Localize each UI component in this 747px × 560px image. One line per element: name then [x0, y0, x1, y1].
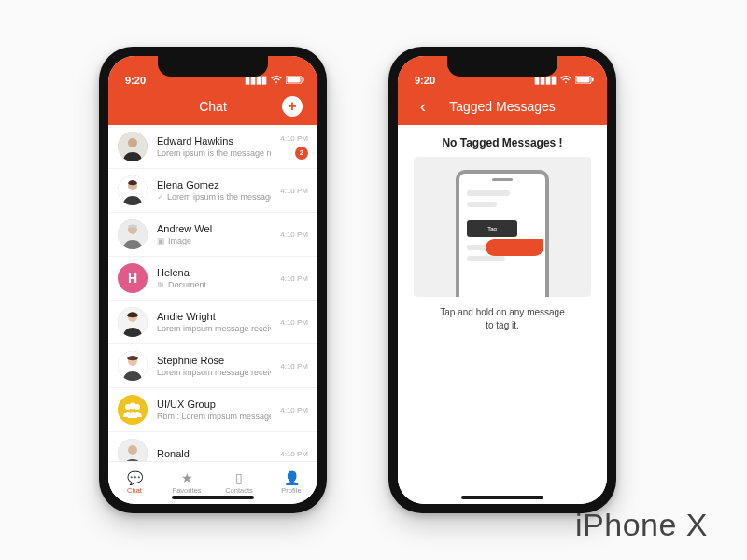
chat-time: 4:10 PM — [280, 362, 308, 371]
image-icon: ▣ — [157, 236, 165, 245]
chat-row[interactable]: H Helena 🗎 Document 4:10 PM — [108, 257, 317, 301]
chat-list[interactable]: Edward Hawkins Lorem ipsum is the messag… — [108, 125, 317, 461]
avatar — [118, 219, 148, 249]
svg-rect-1 — [288, 77, 301, 82]
chat-time: 4:10 PM — [280, 406, 308, 414]
contacts-icon: ▯ — [235, 471, 243, 484]
chat-icon: 💬 — [127, 471, 143, 484]
header-chat: Chat + — [108, 88, 317, 125]
avatar — [118, 132, 148, 161]
message-bubble-icon — [486, 239, 543, 256]
tab-profile[interactable]: 👤 Profile — [265, 462, 317, 504]
device-notch — [158, 56, 268, 77]
empty-caption: Tap and hold on any message to tag it. — [440, 306, 564, 332]
header-tagged: ‹ Tagged Messages — [398, 88, 607, 125]
chat-time: 4:10 PM — [280, 274, 308, 283]
chat-name: Elena Gomez — [157, 179, 271, 190]
back-button[interactable]: ‹ — [409, 88, 437, 125]
unread-badge: 2 — [295, 147, 308, 160]
empty-title: No Tagged Messages ! — [442, 136, 562, 149]
empty-state: No Tagged Messages ! Tag Tap and hold on… — [398, 125, 607, 504]
status-time: 9:20 — [415, 75, 435, 86]
chat-time: 4:10 PM — [280, 318, 308, 327]
tab-label: Contacts — [225, 486, 253, 495]
chat-row[interactable]: Andie Wright Lorem impsum message receiv… — [108, 301, 317, 344]
chat-time: 4:10 PM — [280, 134, 308, 143]
phone-chat: 9:20 ▮▮▮▮ Chat + — [99, 47, 327, 513]
svg-point-15 — [130, 403, 136, 410]
avatar — [118, 395, 148, 425]
avatar — [118, 307, 148, 337]
header-title: Tagged Messages — [449, 99, 556, 114]
delivered-check-icon: ✓ — [157, 192, 164, 202]
chat-name: Ronald — [157, 448, 271, 459]
home-indicator[interactable] — [172, 496, 254, 499]
battery-icon — [286, 75, 304, 86]
header-title: Chat — [199, 99, 227, 114]
chat-preview: Document — [168, 280, 206, 289]
svg-rect-20 — [592, 77, 594, 81]
svg-rect-2 — [303, 77, 304, 81]
avatar: H — [118, 263, 148, 293]
document-icon: 🗎 — [157, 280, 165, 289]
tab-label: Profile — [281, 486, 301, 495]
new-chat-button[interactable]: + — [282, 96, 303, 117]
chat-preview: Lorem ipsum is the message rec… — [157, 148, 271, 158]
chat-name: Stephnie Rose — [157, 355, 271, 366]
profile-icon: 👤 — [284, 471, 300, 484]
chat-time: 4:10 PM — [280, 231, 308, 239]
chat-name: Andrew Wel — [157, 223, 271, 234]
chat-name: Helena — [157, 267, 271, 278]
status-time: 9:20 — [125, 75, 146, 86]
chat-name: UI/UX Group — [157, 399, 271, 410]
chat-row[interactable]: Andrew Wel ▣ Image 4:10 PM — [108, 213, 317, 257]
empty-illustration: Tag — [414, 157, 591, 297]
home-indicator[interactable] — [461, 496, 543, 499]
chat-preview: Lorem impsum message received — [157, 368, 271, 377]
avatar — [118, 351, 148, 381]
chat-row[interactable]: Edward Hawkins Lorem ipsum is the messag… — [108, 125, 317, 169]
chat-row[interactable]: Elena Gomez ✓ Lorem ipsum is the message… — [108, 169, 317, 213]
tag-tooltip: Tag — [467, 220, 517, 237]
wifi-icon — [271, 75, 282, 86]
battery-icon — [575, 75, 594, 86]
star-icon: ★ — [181, 471, 193, 484]
device-label: iPhone X — [575, 507, 708, 543]
chat-time: 4:10 PM — [280, 187, 308, 195]
avatar-letter: H — [128, 271, 137, 286]
device-notch — [447, 56, 557, 77]
tab-label: Chat — [127, 486, 142, 495]
svg-rect-19 — [577, 77, 590, 82]
chat-row[interactable]: Ronald 4:10 PM — [108, 432, 317, 461]
phone-tagged: 9:20 ▮▮▮▮ ‹ Tagged Messages No Tagged Me… — [388, 47, 616, 513]
chat-time: 4:10 PM — [280, 450, 308, 458]
chat-name: Edward Hawkins — [157, 135, 271, 147]
chat-preview: Lorem ipsum is the message here — [167, 192, 271, 202]
wifi-icon — [560, 75, 571, 86]
avatar — [118, 439, 148, 461]
avatar — [118, 175, 148, 205]
screen-chat: 9:20 ▮▮▮▮ Chat + — [108, 56, 317, 504]
svg-point-4 — [128, 138, 137, 147]
tab-chat[interactable]: 💬 Chat — [108, 462, 161, 504]
chat-preview: Rbm : Lorem impsum message received — [157, 412, 271, 421]
svg-point-17 — [128, 445, 137, 455]
chat-row[interactable]: Stephnie Rose Lorem impsum message recei… — [108, 344, 317, 388]
plus-icon: + — [288, 99, 296, 114]
chat-name: Andie Wright — [157, 311, 271, 322]
chat-preview: Image — [168, 236, 191, 245]
chat-row[interactable]: UI/UX Group Rbm : Lorem impsum message r… — [108, 388, 317, 432]
chevron-left-icon: ‹ — [420, 97, 426, 117]
screen-tagged: 9:20 ▮▮▮▮ ‹ Tagged Messages No Tagged Me… — [398, 56, 607, 504]
tab-label: Favorites — [173, 486, 202, 495]
chat-preview: Lorem impsum message received — [157, 324, 271, 333]
